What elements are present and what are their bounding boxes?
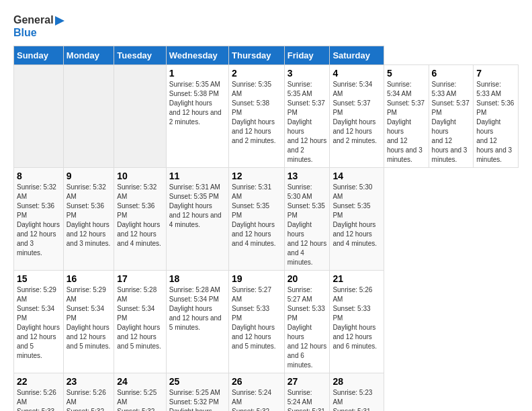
day-number: 6 — [432, 68, 471, 79]
day-info: Sunrise: 5:32 AM Sunset: 5:36 PM Dayligh… — [17, 183, 60, 258]
day-info: Sunrise: 5:35 AM Sunset: 5:38 PM Dayligh… — [169, 80, 226, 127]
weekday-header-cell: Wednesday — [166, 46, 228, 65]
day-number: 20 — [287, 273, 327, 284]
calendar-cell — [63, 65, 114, 168]
calendar-week-row: 15 Sunrise: 5:29 AM Sunset: 5:34 PM Dayl… — [14, 271, 519, 373]
calendar-cell: 5 Sunrise: 5:34 AM Sunset: 5:37 PM Dayli… — [384, 65, 429, 168]
page-header: General Blue — [13, 13, 519, 39]
calendar-cell: 17 Sunrise: 5:28 AM Sunset: 5:34 PM Dayl… — [114, 271, 167, 373]
day-number: 2 — [232, 68, 281, 79]
calendar-cell: 24 Sunrise: 5:25 AM Sunset: 5:32 PM Dayl… — [114, 373, 167, 411]
calendar-cell: 10 Sunrise: 5:32 AM Sunset: 5:36 PM Dayl… — [114, 168, 167, 271]
weekday-header-cell: Saturday — [330, 46, 384, 65]
day-info: Sunrise: 5:34 AM Sunset: 5:37 PM Dayligh… — [332, 80, 381, 146]
day-number: 22 — [17, 376, 60, 387]
day-number: 11 — [169, 171, 226, 181]
calendar-cell: 23 Sunrise: 5:26 AM Sunset: 5:32 PM Dayl… — [63, 373, 114, 411]
day-info: Sunrise: 5:33 AM Sunset: 5:37 PM Dayligh… — [432, 80, 471, 165]
logo-text: General Blue — [13, 13, 66, 39]
day-info: Sunrise: 5:32 AM Sunset: 5:36 PM Dayligh… — [117, 183, 163, 248]
day-info: Sunrise: 5:29 AM Sunset: 5:34 PM Dayligh… — [17, 285, 60, 361]
day-info: Sunrise: 5:23 AM Sunset: 5:31 PM Dayligh… — [332, 388, 381, 411]
day-info: Sunrise: 5:25 AM Sunset: 5:32 PM Dayligh… — [117, 388, 163, 411]
calendar-cell: 14 Sunrise: 5:30 AM Sunset: 5:35 PM Dayl… — [330, 168, 384, 271]
calendar-week-row: 1 Sunrise: 5:35 AM Sunset: 5:38 PM Dayli… — [14, 65, 519, 168]
weekday-header-cell: Tuesday — [114, 46, 167, 65]
day-number: 23 — [66, 376, 111, 387]
day-number: 19 — [232, 273, 281, 284]
calendar-body: 1 Sunrise: 5:35 AM Sunset: 5:38 PM Dayli… — [14, 65, 519, 411]
day-info: Sunrise: 5:30 AM Sunset: 5:35 PM Dayligh… — [332, 183, 381, 248]
day-info: Sunrise: 5:31 AM Sunset: 5:35 PM Dayligh… — [232, 183, 281, 248]
calendar-cell: 19 Sunrise: 5:27 AM Sunset: 5:33 PM Dayl… — [229, 271, 285, 373]
day-info: Sunrise: 5:33 AM Sunset: 5:36 PM Dayligh… — [476, 80, 515, 165]
calendar-cell: 2 Sunrise: 5:35 AM Sunset: 5:38 PM Dayli… — [229, 65, 285, 168]
day-number: 10 — [117, 171, 163, 181]
day-number: 9 — [66, 171, 111, 181]
day-number: 13 — [287, 171, 327, 181]
day-info: Sunrise: 5:29 AM Sunset: 5:34 PM Dayligh… — [66, 285, 111, 351]
day-info: Sunrise: 5:26 AM Sunset: 5:32 PM Dayligh… — [66, 388, 111, 411]
day-number: 3 — [287, 68, 327, 79]
calendar-cell: 22 Sunrise: 5:26 AM Sunset: 5:33 PM Dayl… — [14, 373, 64, 411]
calendar-week-row: 8 Sunrise: 5:32 AM Sunset: 5:36 PM Dayli… — [14, 168, 519, 271]
day-number: 5 — [387, 68, 426, 79]
weekday-header-cell: Friday — [284, 46, 330, 65]
calendar-cell: 25 Sunrise: 5:25 AM Sunset: 5:32 PM Dayl… — [166, 373, 228, 411]
day-number: 17 — [117, 273, 163, 284]
day-info: Sunrise: 5:34 AM Sunset: 5:37 PM Dayligh… — [387, 80, 426, 165]
calendar-cell: 27 Sunrise: 5:24 AM Sunset: 5:31 PM Dayl… — [284, 373, 330, 411]
day-number: 7 — [476, 68, 515, 79]
day-number: 25 — [169, 376, 226, 387]
weekday-header-row: SundayMondayTuesdayWednesdayThursdayFrid… — [14, 46, 519, 65]
calendar-cell: 8 Sunrise: 5:32 AM Sunset: 5:36 PM Dayli… — [14, 168, 64, 271]
day-number: 8 — [17, 171, 60, 181]
weekday-header-cell: Sunday — [14, 46, 64, 65]
day-number: 4 — [332, 68, 381, 79]
calendar-cell: 1 Sunrise: 5:35 AM Sunset: 5:38 PM Dayli… — [166, 65, 228, 168]
day-number: 12 — [232, 171, 281, 181]
day-info: Sunrise: 5:24 AM Sunset: 5:31 PM Dayligh… — [287, 388, 327, 411]
calendar-cell: 4 Sunrise: 5:34 AM Sunset: 5:37 PM Dayli… — [330, 65, 384, 168]
day-number: 14 — [332, 171, 381, 181]
calendar-cell: 20 Sunrise: 5:27 AM Sunset: 5:33 PM Dayl… — [284, 271, 330, 373]
day-info: Sunrise: 5:25 AM Sunset: 5:32 PM Dayligh… — [169, 388, 226, 411]
day-number: 21 — [332, 273, 381, 284]
day-number: 16 — [66, 273, 111, 284]
calendar-cell: 16 Sunrise: 5:29 AM Sunset: 5:34 PM Dayl… — [63, 271, 114, 373]
day-info: Sunrise: 5:28 AM Sunset: 5:34 PM Dayligh… — [117, 285, 163, 351]
calendar-cell: 13 Sunrise: 5:30 AM Sunset: 5:35 PM Dayl… — [284, 168, 330, 271]
day-info: Sunrise: 5:26 AM Sunset: 5:33 PM Dayligh… — [332, 285, 381, 351]
calendar-cell: 6 Sunrise: 5:33 AM Sunset: 5:37 PM Dayli… — [429, 65, 474, 168]
day-info: Sunrise: 5:27 AM Sunset: 5:33 PM Dayligh… — [287, 285, 327, 370]
calendar-cell: 18 Sunrise: 5:28 AM Sunset: 5:34 PM Dayl… — [166, 271, 228, 373]
day-number: 1 — [169, 68, 226, 79]
calendar-cell: 3 Sunrise: 5:35 AM Sunset: 5:37 PM Dayli… — [284, 65, 330, 168]
calendar-cell: 12 Sunrise: 5:31 AM Sunset: 5:35 PM Dayl… — [229, 168, 285, 271]
calendar-cell: 28 Sunrise: 5:23 AM Sunset: 5:31 PM Dayl… — [330, 373, 384, 411]
day-info: Sunrise: 5:27 AM Sunset: 5:33 PM Dayligh… — [232, 285, 281, 351]
calendar-week-row: 22 Sunrise: 5:26 AM Sunset: 5:33 PM Dayl… — [14, 373, 519, 411]
calendar-cell: 11 Sunrise: 5:31 AM Sunset: 5:35 PM Dayl… — [166, 168, 228, 271]
calendar-cell: 15 Sunrise: 5:29 AM Sunset: 5:34 PM Dayl… — [14, 271, 64, 373]
calendar-cell — [14, 65, 64, 168]
calendar-cell — [114, 65, 167, 168]
day-info: Sunrise: 5:24 AM Sunset: 5:32 PM Dayligh… — [232, 388, 281, 411]
day-info: Sunrise: 5:35 AM Sunset: 5:38 PM Dayligh… — [232, 80, 281, 146]
day-info: Sunrise: 5:32 AM Sunset: 5:36 PM Dayligh… — [66, 183, 111, 248]
weekday-header-cell: Thursday — [229, 46, 285, 65]
day-info: Sunrise: 5:30 AM Sunset: 5:35 PM Dayligh… — [287, 183, 327, 267]
day-info: Sunrise: 5:28 AM Sunset: 5:34 PM Dayligh… — [169, 285, 226, 332]
day-info: Sunrise: 5:26 AM Sunset: 5:33 PM Dayligh… — [17, 388, 60, 411]
day-info: Sunrise: 5:31 AM Sunset: 5:35 PM Dayligh… — [169, 183, 226, 230]
weekday-header-cell: Monday — [63, 46, 114, 65]
calendar-cell: 9 Sunrise: 5:32 AM Sunset: 5:36 PM Dayli… — [63, 168, 114, 271]
logo: General Blue — [13, 13, 66, 39]
day-number: 28 — [332, 376, 381, 387]
day-number: 15 — [17, 273, 60, 284]
calendar-cell: 7 Sunrise: 5:33 AM Sunset: 5:36 PM Dayli… — [474, 65, 519, 168]
day-number: 18 — [169, 273, 226, 284]
calendar-cell: 26 Sunrise: 5:24 AM Sunset: 5:32 PM Dayl… — [229, 373, 285, 411]
day-number: 26 — [232, 376, 281, 387]
day-info: Sunrise: 5:35 AM Sunset: 5:37 PM Dayligh… — [287, 80, 327, 165]
